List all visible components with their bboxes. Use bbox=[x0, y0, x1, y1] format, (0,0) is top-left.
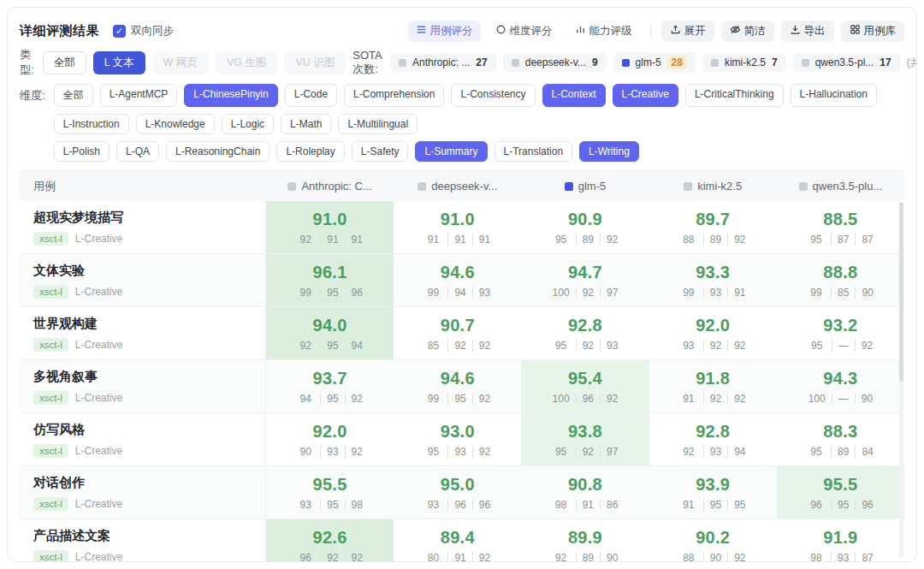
dimension-tag-l-comprehension[interactable]: L-Comprehension bbox=[344, 84, 444, 107]
score-cell-deepseek-v-[interactable]: 90.7859292 bbox=[394, 307, 521, 359]
score-cell-kimi-k2-5[interactable]: 93.3999391 bbox=[649, 254, 777, 306]
score-cell-qwen3-5-plu-[interactable]: 94.3100—90 bbox=[777, 360, 904, 412]
type-option-vg-生图[interactable]: VG 生图 bbox=[216, 51, 278, 74]
score-cell-qwen3-5-plu-[interactable]: 93.295—92 bbox=[777, 307, 904, 359]
sub-scores: 1009297 bbox=[553, 287, 619, 299]
model-name: kimi-k2.5 bbox=[725, 56, 766, 68]
model-marker-icon bbox=[418, 182, 426, 191]
score-cell-deepseek-v-[interactable]: 89.4809192 bbox=[394, 519, 521, 561]
score-cell-qwen3-5-plu-[interactable]: 88.3958984 bbox=[777, 413, 904, 465]
score-cell-qwen3-5-plu-[interactable]: 95.5969596 bbox=[777, 466, 904, 519]
sota-pill-anthropic-[interactable]: Anthropic: ...27 bbox=[390, 53, 496, 72]
score-cell-kimi-k2-5[interactable]: 91.8919292 bbox=[649, 360, 777, 412]
score-cell-glm-5[interactable]: 92.8959293 bbox=[521, 307, 649, 359]
case-cell[interactable]: 世界观构建xsct-lL-Creative bbox=[20, 307, 266, 359]
action-导出-button[interactable]: 导出 bbox=[781, 21, 834, 42]
dimension-tag-l-knowledge[interactable]: L-Knowledge bbox=[136, 114, 215, 134]
score-cell-anthropic-c-[interactable]: 96.1999596 bbox=[266, 254, 394, 306]
score-cell-qwen3-5-plu-[interactable]: 88.8998590 bbox=[777, 254, 904, 306]
column-header-glm-5[interactable]: glm-5 bbox=[521, 171, 649, 201]
case-cell[interactable]: 仿写风格xsct-lL-Creative bbox=[20, 413, 266, 465]
dimension-tag-l-multilingual[interactable]: L-Multilingual bbox=[338, 114, 418, 134]
dimension-tag-l-agentmcp[interactable]: L-AgentMCP bbox=[100, 84, 178, 107]
sota-pill-kimi-k2-5[interactable]: kimi-k2.57 bbox=[702, 53, 786, 72]
dimension-tag-l-polish[interactable]: L-Polish bbox=[54, 141, 110, 162]
sub-score: 92 bbox=[703, 393, 721, 405]
score-cell-deepseek-v-[interactable]: 91.0919191 bbox=[394, 201, 521, 253]
case-cell[interactable]: 多视角叙事xsct-lL-Creative bbox=[20, 360, 266, 412]
dimension-tag-l-code[interactable]: L-Code bbox=[285, 84, 337, 107]
case-cell[interactable]: 对话创作xsct-lL-Creative bbox=[20, 466, 266, 519]
action-简洁-button[interactable]: 简洁 bbox=[721, 21, 774, 42]
sota-total: (共 85 项) bbox=[907, 56, 917, 70]
vertical-scrollbar-track[interactable] bbox=[899, 202, 903, 558]
score-cell-anthropic-c-[interactable]: 92.0909392 bbox=[266, 413, 394, 465]
overall-score: 93.8 bbox=[568, 422, 602, 442]
score-cell-deepseek-v-[interactable]: 94.6999493 bbox=[394, 254, 521, 306]
score-cell-deepseek-v-[interactable]: 94.6999592 bbox=[394, 360, 521, 412]
dimension-tag-l-qa[interactable]: L-QA bbox=[116, 141, 159, 162]
dimension-tag-l-chinesepinyin[interactable]: L-ChinesePinyin bbox=[184, 84, 277, 107]
column-header-anthropic-c-[interactable]: Anthropic: C... bbox=[266, 171, 394, 201]
overall-score: 91.0 bbox=[313, 210, 347, 229]
dimension-tag-l-math[interactable]: L-Math bbox=[281, 114, 331, 134]
dimension-tag-l-safety[interactable]: L-Safety bbox=[352, 141, 409, 162]
view-mode-用例评分[interactable]: 用例评分 bbox=[408, 21, 481, 42]
dimension-tag-l-reasoningchain[interactable]: L-ReasoningChain bbox=[166, 141, 270, 162]
score-cell-deepseek-v-[interactable]: 93.0959392 bbox=[394, 413, 521, 465]
action-展开-button[interactable]: 展开 bbox=[661, 21, 714, 42]
sync-checkbox-icon[interactable]: ✓ bbox=[113, 25, 126, 38]
case-cell[interactable]: 产品描述文案xsct-lL-Creative bbox=[20, 519, 266, 561]
dimension-tag-l-summary[interactable]: L-Summary bbox=[415, 141, 487, 162]
score-cell-deepseek-v-[interactable]: 95.0939696 bbox=[394, 466, 521, 519]
dimension-tag-l-instruction[interactable]: L-Instruction bbox=[54, 114, 129, 134]
score-cell-kimi-k2-5[interactable]: 92.0939292 bbox=[649, 307, 777, 359]
score-cell-anthropic-c-[interactable]: 93.7949592 bbox=[266, 360, 394, 412]
score-cell-kimi-k2-5[interactable]: 90.2889092 bbox=[649, 519, 777, 561]
view-mode-维度评分[interactable]: 维度评分 bbox=[488, 21, 560, 42]
dimension-tag-l-context[interactable]: L-Context bbox=[542, 84, 606, 107]
type-option-w-网页[interactable]: W 网页 bbox=[152, 51, 209, 74]
column-header-qwen3-5-plu-[interactable]: qwen3.5-plu... bbox=[777, 171, 904, 201]
case-cell[interactable]: 超现实梦境描写xsct-lL-Creative bbox=[20, 201, 266, 253]
sub-score: 92 bbox=[472, 446, 490, 458]
score-cell-glm-5[interactable]: 93.8959297 bbox=[521, 413, 649, 465]
dimension-tag-l-criticalthinking[interactable]: L-CriticalThinking bbox=[685, 84, 784, 107]
score-cell-glm-5[interactable]: 89.9928990 bbox=[521, 519, 649, 561]
case-cell[interactable]: 文体实验xsct-lL-Creative bbox=[20, 254, 266, 306]
sota-pill-glm-5[interactable]: glm-528 bbox=[613, 52, 696, 73]
score-cell-kimi-k2-5[interactable]: 92.8929394 bbox=[649, 413, 777, 465]
dimension-tag-全部[interactable]: 全部 bbox=[54, 84, 93, 107]
score-cell-qwen3-5-plu-[interactable]: 88.5958787 bbox=[777, 201, 904, 253]
score-cell-glm-5[interactable]: 95.41009692 bbox=[521, 360, 649, 412]
vertical-scrollbar-thumb[interactable] bbox=[899, 202, 903, 382]
view-mode-能力评级[interactable]: 能力评级 bbox=[567, 21, 640, 42]
score-cell-glm-5[interactable]: 90.9958992 bbox=[521, 201, 649, 253]
column-header-kimi-k2-5[interactable]: kimi-k2.5 bbox=[649, 171, 777, 201]
dimension-tag-l-hallucination[interactable]: L-Hallucination bbox=[791, 84, 877, 107]
score-cell-qwen3-5-plu-[interactable]: 91.9989387 bbox=[777, 519, 904, 561]
type-option-l-文本[interactable]: L 文本 bbox=[93, 51, 145, 74]
sub-scores: 929191 bbox=[297, 234, 363, 246]
action-用例库-button[interactable]: 用例库 bbox=[841, 21, 905, 42]
score-cell-anthropic-c-[interactable]: 91.0929191 bbox=[266, 201, 394, 253]
score-cell-glm-5[interactable]: 90.8989186 bbox=[521, 466, 649, 519]
dimension-tag-l-roleplay[interactable]: L-Roleplay bbox=[276, 141, 344, 162]
sota-pill-deepseek-v-[interactable]: deepseek-v...9 bbox=[503, 53, 607, 72]
score-cell-anthropic-c-[interactable]: 94.0929594 bbox=[266, 307, 394, 359]
score-cell-anthropic-c-[interactable]: 95.5939598 bbox=[266, 466, 394, 519]
dimension-tag-l-logic[interactable]: L-Logic bbox=[222, 114, 274, 134]
dimension-tag-l-writing[interactable]: L-Writing bbox=[579, 141, 639, 162]
sota-pill-qwen3-5-pl-[interactable]: qwen3.5-pl...17 bbox=[793, 53, 900, 72]
type-option-全部[interactable]: 全部 bbox=[43, 51, 86, 74]
dimension-tag-l-translation[interactable]: L-Translation bbox=[495, 141, 573, 162]
score-cell-kimi-k2-5[interactable]: 93.9919595 bbox=[649, 466, 777, 519]
dimension-tag-l-consistency[interactable]: L-Consistency bbox=[451, 84, 535, 107]
bidirectional-sync-toggle[interactable]: ✓ 双向同步 bbox=[113, 24, 174, 39]
dimension-tag-l-creative[interactable]: L-Creative bbox=[613, 84, 678, 107]
type-option-vu-识图[interactable]: VU 识图 bbox=[284, 51, 346, 74]
column-header-deepseek-v-[interactable]: deepseek-v... bbox=[394, 171, 521, 201]
score-cell-glm-5[interactable]: 94.71009297 bbox=[521, 254, 649, 306]
score-cell-anthropic-c-[interactable]: 92.6969292 bbox=[266, 519, 394, 561]
score-cell-kimi-k2-5[interactable]: 89.7888992 bbox=[649, 201, 777, 253]
